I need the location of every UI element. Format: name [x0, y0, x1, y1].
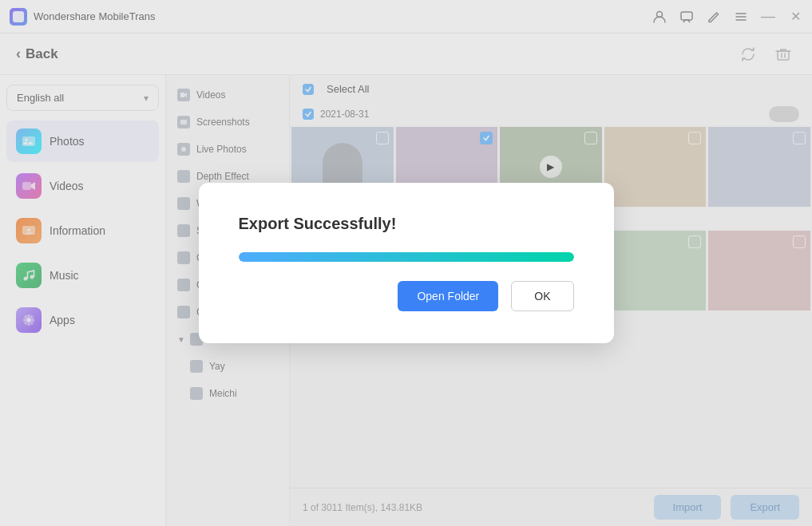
- modal-progress-container: [239, 252, 574, 262]
- modal-progress-bar: [239, 252, 574, 262]
- modal-title: Export Successfully!: [239, 215, 397, 233]
- modal-buttons: Open Folder OK: [398, 281, 573, 311]
- modal-progress-fill: [239, 252, 574, 262]
- export-success-modal: Export Successfully! Open Folder OK: [199, 183, 614, 343]
- open-folder-button[interactable]: Open Folder: [398, 281, 498, 311]
- modal-overlay: Export Successfully! Open Folder OK: [0, 0, 812, 526]
- ok-button[interactable]: OK: [511, 281, 573, 311]
